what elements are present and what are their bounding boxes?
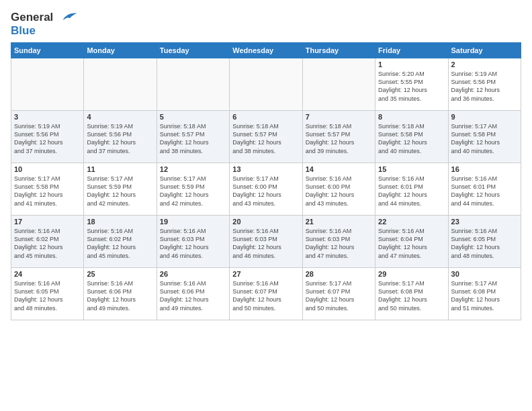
day-number: 29	[378, 270, 445, 278]
day-info: Sunrise: 5:16 AMSunset: 6:07 PMDaylight:…	[232, 279, 299, 312]
day-number: 4	[87, 113, 153, 121]
day-number: 1	[378, 60, 445, 68]
logo-bird-icon	[58, 10, 78, 24]
day-number: 2	[451, 60, 518, 68]
calendar-cell: 23Sunrise: 5:16 AMSunset: 6:05 PMDayligh…	[448, 216, 521, 268]
day-info: Sunrise: 5:17 AMSunset: 5:59 PMDaylight:…	[87, 175, 153, 208]
logo-line1: General	[11, 11, 78, 24]
day-number: 16	[451, 165, 518, 173]
calendar-week-row: 3Sunrise: 5:19 AMSunset: 5:56 PMDaylight…	[11, 111, 521, 163]
day-info: Sunrise: 5:16 AMSunset: 6:01 PMDaylight:…	[378, 175, 445, 208]
calendar-cell: 19Sunrise: 5:16 AMSunset: 6:03 PMDayligh…	[157, 216, 229, 268]
day-info: Sunrise: 5:18 AMSunset: 5:58 PMDaylight:…	[378, 122, 445, 155]
day-info: Sunrise: 5:19 AMSunset: 5:56 PMDaylight:…	[14, 122, 81, 155]
day-number: 3	[14, 113, 81, 121]
calendar-week-row: 17Sunrise: 5:16 AMSunset: 6:02 PMDayligh…	[11, 216, 521, 268]
day-number: 25	[87, 270, 153, 278]
day-number: 21	[306, 218, 372, 226]
day-info: Sunrise: 5:18 AMSunset: 5:57 PMDaylight:…	[306, 122, 372, 155]
day-info: Sunrise: 5:17 AMSunset: 6:08 PMDaylight:…	[378, 279, 445, 312]
calendar-cell: 11Sunrise: 5:17 AMSunset: 5:59 PMDayligh…	[84, 163, 157, 216]
day-info: Sunrise: 5:17 AMSunset: 6:07 PMDaylight:…	[306, 279, 372, 312]
day-number: 17	[14, 218, 81, 226]
calendar-cell: 2Sunrise: 5:19 AMSunset: 5:56 PMDaylight…	[448, 58, 521, 111]
day-info: Sunrise: 5:16 AMSunset: 6:06 PMDaylight:…	[160, 279, 226, 312]
day-number: 10	[14, 165, 81, 173]
calendar-cell: 16Sunrise: 5:16 AMSunset: 6:01 PMDayligh…	[448, 163, 521, 216]
logo: General Blue	[11, 11, 78, 37]
weekday-header: Thursday	[302, 43, 375, 58]
day-number: 28	[306, 270, 372, 278]
day-info: Sunrise: 5:16 AMSunset: 6:01 PMDaylight:…	[451, 175, 518, 208]
calendar-cell	[302, 58, 375, 111]
day-info: Sunrise: 5:16 AMSunset: 6:03 PMDaylight:…	[306, 227, 372, 260]
day-number: 7	[306, 113, 372, 121]
calendar-cell: 21Sunrise: 5:16 AMSunset: 6:03 PMDayligh…	[302, 216, 375, 268]
day-number: 22	[378, 218, 445, 226]
day-number: 18	[87, 218, 153, 226]
day-number: 14	[306, 165, 372, 173]
day-info: Sunrise: 5:17 AMSunset: 6:00 PMDaylight:…	[232, 175, 299, 208]
page-header: General Blue	[11, 11, 521, 37]
day-number: 23	[451, 218, 518, 226]
calendar-cell: 12Sunrise: 5:17 AMSunset: 5:59 PMDayligh…	[157, 163, 229, 216]
logo-line2: Blue	[11, 24, 78, 38]
day-info: Sunrise: 5:16 AMSunset: 6:05 PMDaylight:…	[14, 279, 81, 312]
calendar-cell: 7Sunrise: 5:18 AMSunset: 5:57 PMDaylight…	[302, 111, 375, 163]
calendar-week-row: 24Sunrise: 5:16 AMSunset: 6:05 PMDayligh…	[11, 268, 521, 320]
day-info: Sunrise: 5:18 AMSunset: 5:57 PMDaylight:…	[160, 122, 226, 155]
day-number: 13	[232, 165, 299, 173]
day-info: Sunrise: 5:16 AMSunset: 6:02 PMDaylight:…	[87, 227, 153, 260]
day-number: 8	[378, 113, 445, 121]
day-info: Sunrise: 5:16 AMSunset: 6:00 PMDaylight:…	[306, 175, 372, 208]
calendar-cell: 27Sunrise: 5:16 AMSunset: 6:07 PMDayligh…	[230, 268, 302, 320]
calendar-header-row: SundayMondayTuesdayWednesdayThursdayFrid…	[11, 43, 521, 58]
calendar-cell: 5Sunrise: 5:18 AMSunset: 5:57 PMDaylight…	[157, 111, 229, 163]
weekday-header: Friday	[375, 43, 448, 58]
day-info: Sunrise: 5:16 AMSunset: 6:02 PMDaylight:…	[14, 227, 81, 260]
day-number: 26	[160, 270, 226, 278]
calendar-cell	[230, 58, 302, 111]
calendar-cell: 26Sunrise: 5:16 AMSunset: 6:06 PMDayligh…	[157, 268, 229, 320]
weekday-header: Tuesday	[157, 43, 229, 58]
day-info: Sunrise: 5:17 AMSunset: 5:59 PMDaylight:…	[160, 175, 226, 208]
calendar-cell: 6Sunrise: 5:18 AMSunset: 5:57 PMDaylight…	[230, 111, 302, 163]
day-info: Sunrise: 5:19 AMSunset: 5:56 PMDaylight:…	[87, 122, 153, 155]
calendar-cell	[84, 58, 157, 111]
calendar-cell: 4Sunrise: 5:19 AMSunset: 5:56 PMDaylight…	[84, 111, 157, 163]
day-info: Sunrise: 5:16 AMSunset: 6:04 PMDaylight:…	[378, 227, 445, 260]
calendar-cell: 22Sunrise: 5:16 AMSunset: 6:04 PMDayligh…	[375, 216, 448, 268]
weekday-header: Wednesday	[230, 43, 302, 58]
day-info: Sunrise: 5:18 AMSunset: 5:57 PMDaylight:…	[232, 122, 299, 155]
calendar-week-row: 1Sunrise: 5:20 AMSunset: 5:55 PMDaylight…	[11, 58, 521, 111]
calendar-cell: 14Sunrise: 5:16 AMSunset: 6:00 PMDayligh…	[302, 163, 375, 216]
calendar-cell	[11, 58, 84, 111]
day-number: 11	[87, 165, 153, 173]
day-info: Sunrise: 5:16 AMSunset: 6:03 PMDaylight:…	[160, 227, 226, 260]
day-number: 30	[451, 270, 518, 278]
calendar-cell: 8Sunrise: 5:18 AMSunset: 5:58 PMDaylight…	[375, 111, 448, 163]
calendar-cell: 9Sunrise: 5:17 AMSunset: 5:58 PMDaylight…	[448, 111, 521, 163]
calendar-cell: 10Sunrise: 5:17 AMSunset: 5:58 PMDayligh…	[11, 163, 84, 216]
day-info: Sunrise: 5:16 AMSunset: 6:05 PMDaylight:…	[451, 227, 518, 260]
day-number: 12	[160, 165, 226, 173]
day-number: 20	[232, 218, 299, 226]
day-info: Sunrise: 5:16 AMSunset: 6:06 PMDaylight:…	[87, 279, 153, 312]
weekday-header: Saturday	[448, 43, 521, 58]
calendar-cell: 1Sunrise: 5:20 AMSunset: 5:55 PMDaylight…	[375, 58, 448, 111]
day-number: 6	[232, 113, 299, 121]
day-number: 9	[451, 113, 518, 121]
calendar-cell: 24Sunrise: 5:16 AMSunset: 6:05 PMDayligh…	[11, 268, 84, 320]
day-info: Sunrise: 5:20 AMSunset: 5:55 PMDaylight:…	[378, 70, 445, 103]
calendar-cell: 17Sunrise: 5:16 AMSunset: 6:02 PMDayligh…	[11, 216, 84, 268]
day-info: Sunrise: 5:16 AMSunset: 6:03 PMDaylight:…	[232, 227, 299, 260]
day-number: 5	[160, 113, 226, 121]
calendar-cell	[157, 58, 229, 111]
day-number: 27	[232, 270, 299, 278]
calendar-cell: 13Sunrise: 5:17 AMSunset: 6:00 PMDayligh…	[230, 163, 302, 216]
calendar-cell: 3Sunrise: 5:19 AMSunset: 5:56 PMDaylight…	[11, 111, 84, 163]
day-info: Sunrise: 5:17 AMSunset: 5:58 PMDaylight:…	[14, 175, 81, 208]
day-number: 24	[14, 270, 81, 278]
calendar-cell: 25Sunrise: 5:16 AMSunset: 6:06 PMDayligh…	[84, 268, 157, 320]
day-info: Sunrise: 5:17 AMSunset: 6:08 PMDaylight:…	[451, 279, 518, 312]
